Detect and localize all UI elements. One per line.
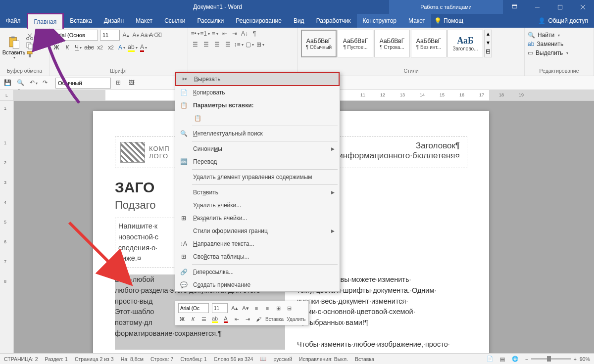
- numbering-icon[interactable]: ≡1▾: [201, 30, 209, 38]
- indent-dec-icon[interactable]: ⇤: [221, 30, 229, 38]
- status-page[interactable]: СТРАНИЦА: 2: [4, 356, 38, 362]
- style-heading[interactable]: АаБЗаголово...: [447, 30, 483, 57]
- undo-icon[interactable]: ↶▾: [30, 79, 38, 87]
- share-button[interactable]: 👤Общий доступ: [532, 14, 594, 28]
- ctx-paste-option-1[interactable]: 📋: [175, 112, 340, 125]
- ribbon-options-icon[interactable]: [503, 0, 526, 14]
- tab-layout[interactable]: Макет: [130, 14, 158, 28]
- italic-button[interactable]: К: [63, 44, 71, 51]
- bold-button[interactable]: Ж: [52, 44, 60, 51]
- tab-review[interactable]: Рецензирование: [230, 14, 288, 28]
- maximize-button[interactable]: [548, 0, 571, 14]
- view-read-icon[interactable]: 📄: [487, 356, 493, 362]
- style-nospacing[interactable]: АаБбВвГ¶ Пустое...: [338, 30, 373, 57]
- mini-insert-table-icon[interactable]: ⊞: [274, 304, 282, 312]
- copy-icon[interactable]: [26, 42, 34, 49]
- mini-bullets-icon[interactable]: ≡: [252, 304, 260, 312]
- mini-font-color-icon[interactable]: A: [222, 315, 230, 323]
- ctx-translate[interactable]: 🔤Перевод: [175, 155, 340, 168]
- mini-align-icon[interactable]: ☰: [200, 315, 208, 323]
- style-nointerval[interactable]: АаБбВвГ¶ Без инт...: [411, 30, 446, 57]
- mini-indent-dec-icon[interactable]: ⇤: [233, 315, 241, 323]
- status-language[interactable]: русский: [273, 356, 292, 362]
- status-line[interactable]: Строка: 7: [150, 356, 173, 362]
- mini-font-name[interactable]: [178, 303, 209, 313]
- ctx-hyperlink[interactable]: 🔗Гиперссылка...: [175, 266, 340, 278]
- tell-me[interactable]: 💡Помощ: [434, 14, 463, 28]
- ctx-new-comment[interactable]: 💬Создать примечание: [175, 278, 340, 291]
- zoom-in-button[interactable]: +: [574, 356, 577, 362]
- subscript-button[interactable]: x2: [96, 44, 104, 51]
- line-spacing-icon[interactable]: ↕≡▾: [235, 41, 243, 48]
- mini-italic[interactable]: К: [189, 315, 197, 323]
- mini-indent-inc-icon[interactable]: ⇥: [244, 315, 251, 323]
- text-effects-icon[interactable]: A▾: [118, 44, 126, 51]
- status-column[interactable]: Столбец: 1: [180, 356, 206, 362]
- mini-format-painter-icon[interactable]: 🖌: [254, 315, 262, 323]
- ctx-copy[interactable]: 📄Копировать: [175, 86, 340, 99]
- mini-highlight-icon[interactable]: ab: [211, 315, 219, 323]
- mini-numbering-icon[interactable]: ≡: [263, 304, 271, 312]
- bullets-icon[interactable]: ≡•▾: [191, 30, 199, 38]
- ctx-text-direction[interactable]: ↕AНаправление текста...: [175, 237, 340, 250]
- tab-view[interactable]: Вид: [288, 14, 310, 28]
- font-name-input[interactable]: [52, 30, 98, 41]
- borders-icon[interactable]: ⊞▾: [256, 41, 264, 48]
- clear-format-icon[interactable]: A⌫: [151, 31, 159, 39]
- font-size-input[interactable]: [100, 30, 120, 41]
- view-print-icon[interactable]: ▤: [500, 356, 505, 362]
- picture-icon[interactable]: 🖼: [129, 79, 137, 87]
- highlight-icon[interactable]: ab▾: [129, 44, 137, 51]
- ctx-synonyms[interactable]: Синонимы▶: [175, 142, 340, 155]
- align-right-icon[interactable]: ☰: [213, 41, 221, 48]
- align-center-icon[interactable]: ☰: [202, 41, 210, 48]
- justify-icon[interactable]: ☰: [224, 41, 232, 48]
- cut-icon[interactable]: [26, 33, 34, 41]
- table-icon[interactable]: ⊞: [116, 79, 124, 87]
- ctx-smart-lookup[interactable]: 🔍Интеллектуальный поиск: [175, 127, 340, 140]
- zoom-level[interactable]: 90%: [580, 356, 590, 362]
- replace-button[interactable]: abЗаменить: [528, 41, 591, 47]
- status-track-changes[interactable]: Исправления: Выкл.: [299, 356, 348, 362]
- ctx-delete-cells[interactable]: Удалить ячейки...: [175, 199, 340, 212]
- minimize-button[interactable]: [526, 0, 548, 14]
- sort-icon[interactable]: A↓: [241, 30, 248, 38]
- mini-bold[interactable]: Ж: [178, 315, 186, 323]
- styles-gallery[interactable]: АаБбВвГ¶ Обычный АаБбВвГ¶ Пустое... АаБб…: [301, 30, 521, 57]
- select-button[interactable]: ▭Выделить▾: [528, 49, 591, 56]
- tab-table-design[interactable]: Конструктор: [357, 14, 402, 28]
- change-case-icon[interactable]: Aa▾: [142, 31, 149, 39]
- status-words[interactable]: Слово 56 из 324: [214, 356, 253, 362]
- tab-mailings[interactable]: Рассылки: [191, 14, 230, 28]
- mini-delete-label[interactable]: Удалить: [287, 317, 305, 322]
- status-position[interactable]: На: 8,8см: [121, 356, 144, 362]
- zoom-out-button[interactable]: −: [525, 356, 528, 362]
- status-spellcheck-icon[interactable]: 📖: [260, 356, 266, 362]
- underline-button[interactable]: Ч▾: [74, 44, 82, 51]
- mini-grow-font-icon[interactable]: A▴: [231, 304, 239, 312]
- status-page-of[interactable]: Страница 2 из 3: [75, 356, 114, 362]
- tab-table-layout[interactable]: Макет: [402, 14, 431, 28]
- tab-developer[interactable]: Разработчик: [310, 14, 357, 28]
- shrink-font-icon[interactable]: A▾: [132, 31, 140, 39]
- indent-inc-icon[interactable]: ⇥: [231, 30, 239, 38]
- tab-references[interactable]: Ссылки: [158, 14, 191, 28]
- vertical-ruler[interactable]: 112345678: [0, 101, 14, 353]
- ctx-border-styles[interactable]: Стили оформления границ▶: [175, 225, 340, 237]
- align-left-icon[interactable]: ☰: [191, 41, 199, 48]
- multilevel-icon[interactable]: ≡▾: [211, 30, 219, 38]
- status-insert-mode[interactable]: Вставка: [355, 356, 374, 362]
- style-normal[interactable]: АаБбВвГ¶ Обычный: [301, 30, 337, 57]
- ctx-cut[interactable]: ✂Вырезать: [175, 72, 340, 86]
- redo-icon[interactable]: ↷: [43, 79, 50, 87]
- strike-button[interactable]: abc: [85, 44, 93, 51]
- shading-icon[interactable]: ▢▾: [246, 41, 253, 48]
- mini-shrink-font-icon[interactable]: A▾: [242, 304, 249, 312]
- view-web-icon[interactable]: 🌐: [512, 356, 518, 362]
- superscript-button[interactable]: x2: [107, 44, 115, 51]
- save-icon[interactable]: 💾: [4, 79, 12, 87]
- print-preview-icon[interactable]: 🔍▾: [17, 79, 25, 87]
- ctx-split-cells[interactable]: ⊞Разделить ячейки...: [175, 212, 340, 225]
- tab-file[interactable]: Файл: [0, 14, 27, 28]
- find-button[interactable]: 🔍Найти▾: [528, 32, 591, 39]
